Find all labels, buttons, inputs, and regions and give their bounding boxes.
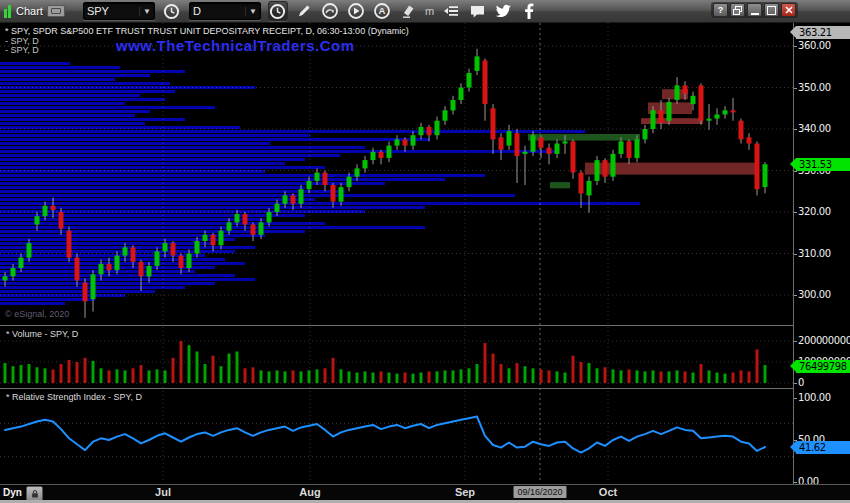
last-price-tag: 331.53 xyxy=(796,158,850,171)
symbol-combo[interactable]: SPY ▼ xyxy=(83,2,155,20)
axis-tick-label: 320.00 xyxy=(798,206,831,217)
symbol-value: SPY xyxy=(87,5,139,17)
study-label-2: - SPY, D xyxy=(5,45,39,55)
volume-profile-layer xyxy=(0,62,640,305)
circle-a-icon: A xyxy=(373,2,391,20)
window-controls: ? xyxy=(711,2,798,18)
chat-button[interactable] xyxy=(467,1,487,21)
close-button[interactable] xyxy=(781,3,796,17)
facebook-icon xyxy=(524,3,534,19)
dyn-label: Dyn xyxy=(3,487,22,498)
time-template-clock-button[interactable] xyxy=(268,1,288,21)
alert-a-button[interactable]: A xyxy=(372,1,392,21)
restore-button[interactable] xyxy=(730,3,745,17)
window-badge xyxy=(47,5,65,17)
twitter-icon xyxy=(495,4,512,19)
pane-separator[interactable] xyxy=(0,388,850,389)
month-label: Sep xyxy=(455,486,475,498)
draw-pencil-button[interactable] xyxy=(294,1,314,21)
maximize-button[interactable] xyxy=(764,3,779,17)
month-label: Jul xyxy=(155,486,171,498)
chart-app-icon xyxy=(4,4,12,18)
titlebar: Chart SPY ▼ D ▼ A m xyxy=(0,0,850,23)
replay-play-button[interactable] xyxy=(346,1,366,21)
rsi-value-tag: 41.62 xyxy=(796,441,850,454)
eraser-icon xyxy=(400,3,416,19)
quote-list-icon xyxy=(442,3,460,19)
curve-arrow-icon xyxy=(321,2,339,20)
twitter-button[interactable] xyxy=(493,1,513,21)
lock-icon[interactable] xyxy=(26,486,43,501)
watermark: www.TheTechnicalTraders.Com xyxy=(116,37,355,54)
eraser-button[interactable] xyxy=(398,1,418,21)
pencil-icon xyxy=(296,3,312,19)
axis-tick-label: 340.00 xyxy=(798,123,831,134)
clock-icon xyxy=(269,3,286,20)
chevron-down-icon: ▼ xyxy=(245,7,257,16)
axis-tick-label: 100.00 xyxy=(798,392,831,403)
month-label: Oct xyxy=(599,486,617,498)
trend-curve-button[interactable] xyxy=(320,1,340,21)
minimize-icon xyxy=(751,6,759,15)
facebook-button[interactable] xyxy=(519,1,539,21)
volume-value-tag: 76499798 xyxy=(796,360,850,373)
esignal-copyright: © eSignal, 2020 xyxy=(5,309,69,319)
maximize-icon xyxy=(767,6,776,15)
rsi-pane-label: * Relative Strength Index - SPY, D xyxy=(6,392,142,402)
axis-tick-label: 300.00 xyxy=(798,289,831,300)
close-icon xyxy=(785,6,793,14)
interval-combo[interactable]: D ▼ xyxy=(189,2,261,20)
symbol-clock-button[interactable] xyxy=(162,1,182,21)
time-axis[interactable]: Dyn 09/16/2020 JulAugSepOct xyxy=(0,484,850,501)
chart-plot[interactable] xyxy=(0,0,850,503)
help-button[interactable]: ? xyxy=(713,3,728,17)
interval-value: D xyxy=(193,5,245,17)
play-icon xyxy=(347,2,365,20)
price-axis[interactable]: 363.21 331.53 76499798 41.62 360.00350.0… xyxy=(794,22,850,484)
m-tool-label[interactable]: m xyxy=(425,5,434,17)
axis-tick-label: 0 xyxy=(798,377,804,388)
chart-window: Chart SPY ▼ D ▼ A m xyxy=(0,0,850,503)
rsi-layer xyxy=(5,417,765,453)
axis-tick-label: 310.00 xyxy=(798,248,831,259)
symbol-description: * SPY, SPDR S&P500 ETF TRUST TRUST UNIT … xyxy=(5,26,409,36)
window-title: Chart xyxy=(16,5,43,17)
axis-tick-label: 200000000 xyxy=(798,335,850,346)
axis-tick-label: 350.00 xyxy=(798,82,831,93)
svg-text:A: A xyxy=(378,5,385,16)
axis-tick-label: 360.00 xyxy=(798,40,831,51)
month-label: Aug xyxy=(299,486,320,498)
minimize-button[interactable] xyxy=(747,3,762,17)
chat-icon xyxy=(469,3,486,19)
quote-list-button[interactable] xyxy=(441,1,461,21)
clock-icon xyxy=(163,3,180,20)
date-tag: 09/16/2020 xyxy=(513,486,566,498)
restore-icon xyxy=(733,6,742,15)
high-price-tag: 363.21 xyxy=(796,26,850,39)
volume-pane-label: * Volume - SPY, D xyxy=(6,329,78,339)
pane-separator[interactable] xyxy=(0,325,850,326)
chevron-down-icon: ▼ xyxy=(139,7,151,16)
